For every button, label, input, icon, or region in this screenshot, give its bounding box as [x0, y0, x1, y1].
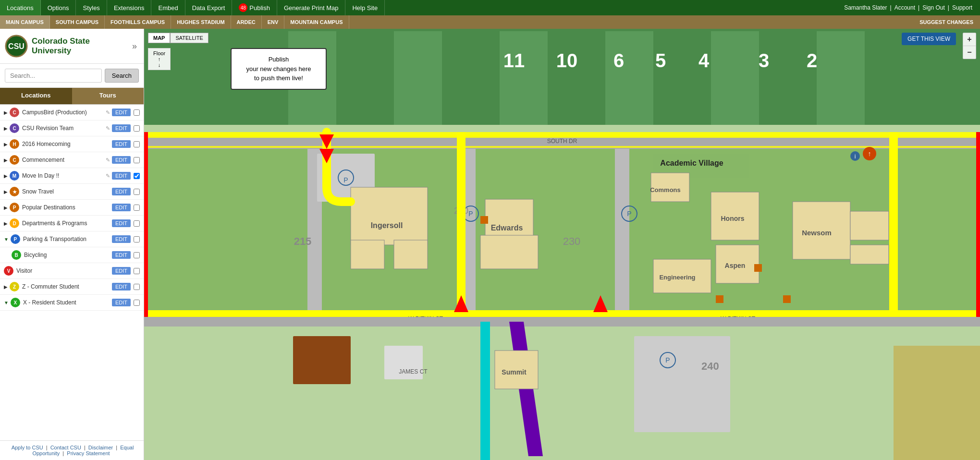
nav-tab-locations[interactable]: Locations [0, 0, 41, 15]
edit-commencement-btn[interactable]: EDIT [112, 156, 131, 164]
checkbox-populardest[interactable] [134, 205, 140, 211]
list-item[interactable]: ▶ C Commencement ✎ EDIT [0, 152, 144, 168]
svg-text:Newsom: Newsom [802, 229, 832, 237]
edit-parking-btn[interactable]: EDIT [112, 235, 131, 243]
checkbox-resident[interactable] [134, 300, 140, 306]
campus-tab-ardec[interactable]: ARDEC [231, 15, 262, 29]
campus-tab-foothills[interactable]: Foothills Campus [105, 15, 171, 29]
checkbox-bicycling[interactable] [134, 252, 140, 258]
edit-campusbird-btn[interactable]: EDIT [112, 109, 131, 116]
edit-commuter-btn[interactable]: EDIT [112, 283, 131, 291]
support-link[interactable]: Support [952, 4, 972, 11]
privacy-statement-link[interactable]: Privacy Statement [67, 450, 110, 456]
svg-rect-5 [341, 31, 389, 125]
visibility-icon: ✎ [106, 173, 110, 179]
list-item[interactable]: ▼ P Parking & Transportation EDIT [0, 231, 144, 247]
checkbox-moveinday[interactable] [134, 173, 140, 179]
floor-up-arrow[interactable]: ↑ [158, 56, 161, 62]
nav-tab-help-site[interactable]: Help Site [345, 0, 385, 15]
disclaimer-link[interactable]: Disclaimer [88, 445, 113, 450]
svg-rect-13 [764, 31, 812, 125]
zoom-controls: + − [963, 33, 976, 59]
list-item[interactable]: ▶ ★ Snow Travel EDIT [0, 184, 144, 200]
svg-rect-24 [144, 146, 980, 148]
edit-populardest-btn[interactable]: EDIT [112, 204, 131, 211]
edit-csu-btn[interactable]: EDIT [112, 124, 131, 132]
suggest-changes-btn[interactable]: Suggest Changes [913, 19, 980, 25]
svg-rect-39 [351, 240, 384, 269]
search-input[interactable] [5, 69, 102, 83]
loc-name-moveinday: Move In Day !! [22, 172, 106, 179]
floor-down-arrow[interactable]: ↓ [158, 62, 161, 68]
nav-tab-publish[interactable]: 48 Publish [232, 0, 277, 15]
svg-text:5: 5 [655, 50, 666, 71]
checkbox-campusbird[interactable] [134, 109, 140, 116]
get-this-view-btn[interactable]: GET THIS VIEW [902, 33, 956, 45]
apply-csu-link[interactable]: Apply to CSU [12, 445, 43, 450]
edit-visitor-btn[interactable]: EDIT [112, 267, 131, 275]
edit-resident-btn[interactable]: EDIT [112, 299, 131, 306]
svg-rect-29 [615, 149, 629, 312]
visibility-icon: ✎ [106, 109, 110, 116]
list-item[interactable]: ▶ C CSU Revision Team ✎ EDIT [0, 121, 144, 136]
loc-icon-snowtravel: ★ [10, 187, 19, 196]
expand-arrow-collapse-icon: ▼ [4, 237, 9, 242]
edit-departments-btn[interactable]: EDIT [112, 219, 131, 227]
signout-link[interactable]: Sign Out [922, 4, 945, 11]
checkbox-csu[interactable] [134, 125, 140, 132]
list-item[interactable]: ▶ H 2016 Homecoming EDIT [0, 136, 144, 152]
checkbox-departments[interactable] [134, 220, 140, 227]
campus-tab-south[interactable]: South Campus [50, 15, 105, 29]
campus-tab-env[interactable]: ENV [262, 15, 285, 29]
search-button[interactable]: Search [105, 69, 139, 83]
campus-map-svg: 11 10 6 5 4 3 2 SOUTH DR P P [144, 29, 980, 460]
svg-rect-40 [394, 240, 428, 269]
account-link[interactable]: Account [894, 4, 915, 11]
nav-tab-generate-print-map[interactable]: Generate Print Map [277, 0, 345, 15]
campus-tabs-bar: Main Campus South Campus Foothills Campu… [0, 15, 980, 29]
list-item[interactable]: ▶ Z Z - Commuter Student EDIT [0, 279, 144, 295]
list-item[interactable]: ▶ D Departments & Programs EDIT [0, 216, 144, 231]
expand-arrow-collapse-icon: ▼ [4, 300, 9, 305]
list-item[interactable]: ▶ M Move In Day !! ✎ EDIT [0, 168, 144, 184]
list-item[interactable]: ▼ X X - Resident Student EDIT [0, 295, 144, 311]
campus-tab-mountain[interactable]: Mountain Campus [284, 15, 349, 29]
map-area[interactable]: MAP SATELLITE Floor ↑ ↓ GET THIS VIEW + … [144, 29, 980, 460]
edit-homecoming-btn[interactable]: EDIT [112, 140, 131, 148]
edit-moveinday-btn[interactable]: EDIT [112, 172, 131, 180]
checkbox-commuter[interactable] [134, 284, 140, 290]
checkbox-commencement[interactable] [134, 157, 140, 163]
checkbox-parking[interactable] [134, 236, 140, 242]
edit-snowtravel-btn[interactable]: EDIT [112, 188, 131, 195]
svg-text:Engineering: Engineering [659, 274, 695, 281]
list-item[interactable]: B Bicycling EDIT [0, 247, 144, 263]
svg-text:Academic Village: Academic Village [660, 159, 723, 167]
sidebar-tabs: Locations Tours [0, 88, 144, 105]
checkbox-snowtravel[interactable] [134, 189, 140, 195]
loc-icon-departments: D [10, 218, 19, 228]
nav-tab-extensions[interactable]: Extensions [107, 0, 152, 15]
contact-csu-link[interactable]: Contact CSU [50, 445, 81, 450]
edit-bicycling-btn[interactable]: EDIT [112, 251, 131, 259]
zoom-in-btn[interactable]: + [963, 33, 976, 46]
tab-tours[interactable]: Tours [72, 88, 144, 104]
svg-text:Aspen: Aspen [725, 262, 746, 269]
list-item[interactable]: V Visitor EDIT [0, 263, 144, 279]
collapse-sidebar-btn[interactable]: » [130, 39, 139, 53]
publish-badge: 48 [239, 3, 247, 12]
checkbox-homecoming[interactable] [134, 141, 140, 147]
campus-tab-main[interactable]: Main Campus [0, 15, 50, 29]
list-item[interactable]: ▶ C CampusBird (Production) ✎ EDIT [0, 105, 144, 121]
nav-tab-styles[interactable]: Styles [76, 0, 107, 15]
nav-tab-data-export[interactable]: Data Export [185, 0, 233, 15]
checkbox-visitor[interactable] [134, 268, 140, 274]
map-type-satellite-btn[interactable]: SATELLITE [170, 33, 208, 43]
map-type-map-btn[interactable]: MAP [148, 33, 170, 43]
zoom-out-btn[interactable]: − [963, 46, 976, 59]
campus-tab-hughes[interactable]: Hughes Stadium [171, 15, 231, 29]
nav-tab-embed[interactable]: Embed [151, 0, 185, 15]
tab-locations[interactable]: Locations [0, 88, 72, 104]
nav-tab-options[interactable]: Options [41, 0, 76, 15]
floor-control: Floor ↑ ↓ [148, 48, 171, 70]
list-item[interactable]: ▶ P Popular Destinations EDIT [0, 200, 144, 216]
